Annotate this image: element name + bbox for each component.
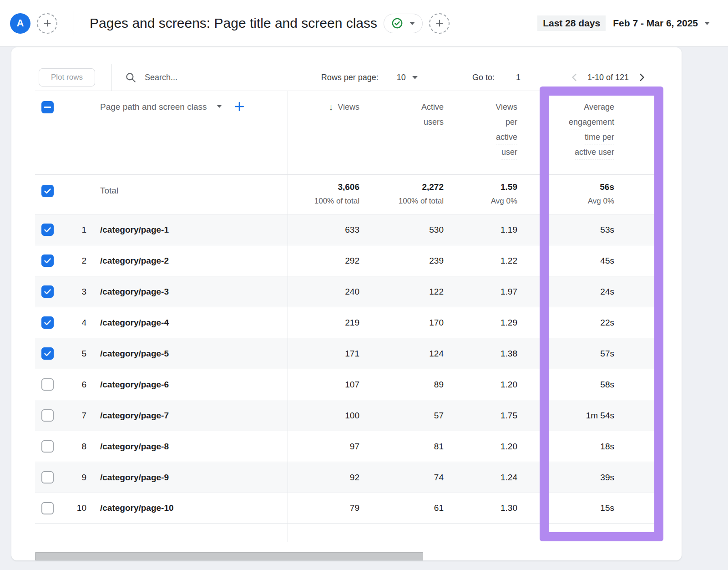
views-value: 107 [288,380,367,390]
column-header-views-per-active-user[interactable]: Viewsperactiveuser [451,91,525,174]
views-per-user-value: 1.20 [451,380,525,390]
views-value: 97 [288,442,367,452]
total-checkbox[interactable] [41,185,54,197]
pagination-controls: Rows per page: 10 Go to: 1-10 of 121 [321,72,658,83]
toolbar-divider [111,64,112,91]
column-header-label: user [501,147,517,159]
dimension-header[interactable]: Page path and screen class [100,102,207,112]
row-index: 6 [66,380,86,390]
search-input[interactable] [145,73,258,82]
table-body: 1 /category/page-1 633 530 1.19 53s 2 /c… [35,214,658,524]
table-toolbar: Plot rows Rows per page: 10 Go to: [35,64,658,91]
engagement-value: 22s [525,318,622,328]
active-users-value: 239 [367,256,451,266]
plus-icon [435,18,445,28]
column-header-avg-engagement-time[interactable]: Averageengagementtime peractive user [525,91,622,174]
row-index: 3 [66,287,86,297]
rows-per-page-select[interactable]: 10 [397,73,418,82]
views-value: 219 [288,318,367,328]
select-all-checkbox[interactable] [41,101,54,113]
row-checkbox[interactable] [41,347,54,360]
go-to-label: Go to: [472,73,495,82]
add-report-button[interactable] [429,13,450,34]
table-row: 8 /category/page-8 97 81 1.20 18s [35,431,658,462]
data-quality-pill[interactable] [384,14,423,33]
total-active-users: 2,272 [422,182,444,192]
active-users-value: 170 [367,318,451,328]
row-checkbox[interactable] [41,471,54,483]
next-page-button[interactable] [636,72,647,83]
row-checkbox[interactable] [41,224,54,236]
engagement-value: 45s [525,256,622,266]
views-per-user-value: 1.22 [451,256,525,266]
active-users-value: 61 [367,503,451,513]
views-value: 292 [288,256,367,266]
row-checkbox[interactable] [41,316,54,329]
analytics-report-page: A Pages and screens: Page title and scre… [0,0,728,570]
active-users-value: 89 [367,380,451,390]
views-value: 171 [288,349,367,359]
table-header-row: Page path and screen class ↓ Views Activ… [35,91,658,174]
column-header-label: per [506,117,517,129]
row-checkbox[interactable] [41,440,54,453]
table-row: 4 /category/page-4 219 170 1.29 22s [35,307,658,338]
views-per-user-value: 1.38 [451,349,525,359]
engagement-value: 15s [525,503,622,513]
avatar[interactable]: A [10,13,30,34]
active-users-value: 124 [367,349,451,359]
row-index-header [66,91,86,174]
page-path: /category/page-6 [100,380,169,390]
top-header-bar: A Pages and screens: Page title and scre… [0,0,728,47]
table-row: 3 /category/page-3 240 122 1.97 24s [35,276,658,307]
engagement-value: 18s [525,442,622,452]
column-header-label: active [496,132,517,144]
table-row: 1 /category/page-1 633 530 1.19 53s [35,214,658,245]
page-path: /category/page-2 [100,256,169,266]
table-row: 9 /category/page-9 92 74 1.24 39s [35,462,658,493]
table-row: 5 /category/page-5 171 124 1.38 57s [35,338,658,369]
page-title: Pages and screens: Page title and screen… [90,15,377,31]
active-users-value: 81 [367,442,451,452]
column-header-active-users[interactable]: Activeusers [367,91,451,174]
views-per-user-value: 1.20 [451,442,525,452]
row-index: 10 [66,503,86,513]
row-checkbox[interactable] [41,502,54,514]
go-to-page-input[interactable] [508,73,528,82]
views-value: 240 [288,287,367,297]
chevron-down-icon [410,22,415,25]
row-index: 4 [66,318,86,328]
chevron-down-icon[interactable] [217,105,222,108]
row-index: 8 [66,442,86,452]
row-checkbox[interactable] [41,254,54,267]
plus-icon [42,18,52,28]
row-checkbox[interactable] [41,378,54,391]
column-header-views[interactable]: ↓ Views [288,91,367,174]
previous-page-button[interactable] [569,72,580,83]
rows-per-page-value: 10 [397,73,406,82]
date-range-picker[interactable]: Last 28 days Feb 7 - Mar 6, 2025 [537,15,710,31]
row-index: 9 [66,473,86,483]
plot-rows-button[interactable]: Plot rows [39,68,95,87]
date-range-value: Feb 7 - Mar 6, 2025 [613,18,698,29]
check-circle-icon [391,17,403,29]
pagination-range: 1-10 of 121 [587,73,629,82]
row-checkbox[interactable] [41,285,54,298]
sort-descending-icon: ↓ [329,102,333,112]
column-header-label: Views [338,102,359,114]
table-row: 6 /category/page-6 107 89 1.20 58s [35,369,658,400]
total-views: 3,606 [338,182,359,192]
column-header-label: Average [584,102,614,114]
add-comparison-button[interactable] [37,13,57,34]
chevron-down-icon [704,22,710,25]
views-value: 633 [288,225,367,235]
add-dimension-button[interactable] [233,101,245,112]
page-path: /category/page-5 [100,349,169,359]
table-row: 7 /category/page-7 100 57 1.75 1m 54s [35,400,658,431]
views-value: 92 [288,473,367,483]
row-checkbox[interactable] [41,409,54,422]
horizontal-scrollbar-thumb[interactable] [35,552,423,560]
row-index: 1 [66,225,86,235]
date-preset-chip: Last 28 days [537,15,606,31]
total-views-per-user-sub: Avg 0% [491,197,517,206]
page-path: /category/page-8 [100,442,169,452]
